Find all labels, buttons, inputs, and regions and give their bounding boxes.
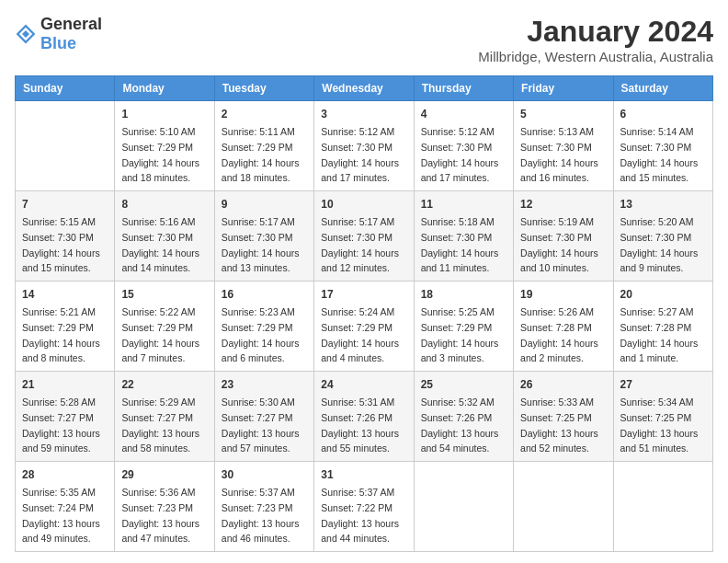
day-info: Sunrise: 5:19 AM Sunset: 7:30 PM Dayligh… <box>520 216 598 273</box>
day-number: 16 <box>222 286 307 303</box>
day-number: 4 <box>421 106 506 122</box>
calendar-cell: 10Sunrise: 5:17 AM Sunset: 7:30 PM Dayli… <box>314 191 414 282</box>
calendar-cell: 18Sunrise: 5:25 AM Sunset: 7:29 PM Dayli… <box>414 282 513 372</box>
calendar-cell: 29Sunrise: 5:36 AM Sunset: 7:23 PM Dayli… <box>115 462 214 552</box>
calendar-cell: 3Sunrise: 5:12 AM Sunset: 7:30 PM Daylig… <box>314 101 414 191</box>
day-number: 29 <box>121 466 207 483</box>
day-info: Sunrise: 5:32 AM Sunset: 7:26 PM Dayligh… <box>421 396 499 454</box>
calendar-cell: 28Sunrise: 5:35 AM Sunset: 7:24 PM Dayli… <box>16 462 115 552</box>
logo-general: General <box>40 15 102 33</box>
day-number: 17 <box>321 286 406 303</box>
day-info: Sunrise: 5:36 AM Sunset: 7:23 PM Dayligh… <box>121 487 199 544</box>
calendar-cell: 21Sunrise: 5:28 AM Sunset: 7:27 PM Dayli… <box>16 372 115 462</box>
day-number: 24 <box>321 376 406 393</box>
day-info: Sunrise: 5:18 AM Sunset: 7:30 PM Dayligh… <box>421 216 499 273</box>
day-number: 15 <box>121 286 207 303</box>
day-number: 26 <box>520 376 606 393</box>
logo-icon <box>15 23 37 45</box>
day-header-thursday: Thursday <box>414 76 513 101</box>
calendar-cell: 17Sunrise: 5:24 AM Sunset: 7:29 PM Dayli… <box>314 282 414 372</box>
calendar-cell: 24Sunrise: 5:31 AM Sunset: 7:26 PM Dayli… <box>314 372 414 462</box>
day-number: 12 <box>520 196 606 213</box>
day-info: Sunrise: 5:22 AM Sunset: 7:29 PM Dayligh… <box>121 306 199 363</box>
day-number: 23 <box>222 376 307 393</box>
day-number: 25 <box>421 376 506 393</box>
day-info: Sunrise: 5:33 AM Sunset: 7:25 PM Dayligh… <box>520 396 598 454</box>
calendar-cell <box>16 101 115 191</box>
calendar-week-row: 21Sunrise: 5:28 AM Sunset: 7:27 PM Dayli… <box>16 372 713 462</box>
day-number: 19 <box>520 286 606 303</box>
calendar-cell <box>613 462 712 552</box>
day-number: 30 <box>222 466 307 483</box>
day-info: Sunrise: 5:29 AM Sunset: 7:27 PM Dayligh… <box>121 396 199 454</box>
day-header-tuesday: Tuesday <box>214 76 313 101</box>
day-info: Sunrise: 5:13 AM Sunset: 7:30 PM Dayligh… <box>520 126 598 183</box>
logo: General Blue <box>15 15 102 53</box>
day-header-sunday: Sunday <box>16 76 115 101</box>
calendar-cell <box>514 462 613 552</box>
page-header: General Blue January 2024 Millbridge, We… <box>15 15 713 64</box>
day-header-wednesday: Wednesday <box>314 76 414 101</box>
day-header-saturday: Saturday <box>613 76 712 101</box>
day-number: 6 <box>620 106 706 122</box>
calendar-cell: 16Sunrise: 5:23 AM Sunset: 7:29 PM Dayli… <box>214 282 313 372</box>
day-info: Sunrise: 5:17 AM Sunset: 7:30 PM Dayligh… <box>222 216 300 273</box>
day-number: 8 <box>121 196 207 213</box>
day-number: 13 <box>620 196 706 213</box>
calendar-cell: 30Sunrise: 5:37 AM Sunset: 7:23 PM Dayli… <box>214 462 313 552</box>
day-number: 11 <box>421 196 506 213</box>
day-info: Sunrise: 5:31 AM Sunset: 7:26 PM Dayligh… <box>321 396 399 454</box>
calendar-cell: 27Sunrise: 5:34 AM Sunset: 7:25 PM Dayli… <box>613 372 712 462</box>
calendar-header-row: SundayMondayTuesdayWednesdayThursdayFrid… <box>16 76 713 101</box>
day-number: 7 <box>22 196 108 213</box>
logo-blue: Blue <box>40 34 76 52</box>
day-number: 22 <box>121 376 207 393</box>
calendar-week-row: 1Sunrise: 5:10 AM Sunset: 7:29 PM Daylig… <box>16 101 713 191</box>
day-info: Sunrise: 5:37 AM Sunset: 7:23 PM Dayligh… <box>222 487 300 544</box>
day-number: 27 <box>620 376 706 393</box>
day-info: Sunrise: 5:24 AM Sunset: 7:29 PM Dayligh… <box>321 306 399 363</box>
calendar-cell: 14Sunrise: 5:21 AM Sunset: 7:29 PM Dayli… <box>16 282 115 372</box>
calendar-cell: 11Sunrise: 5:18 AM Sunset: 7:30 PM Dayli… <box>414 191 513 282</box>
calendar-cell: 8Sunrise: 5:16 AM Sunset: 7:30 PM Daylig… <box>115 191 214 282</box>
calendar-cell: 26Sunrise: 5:33 AM Sunset: 7:25 PM Dayli… <box>514 372 613 462</box>
day-number: 20 <box>620 286 706 303</box>
calendar-cell: 6Sunrise: 5:14 AM Sunset: 7:30 PM Daylig… <box>613 101 712 191</box>
day-info: Sunrise: 5:28 AM Sunset: 7:27 PM Dayligh… <box>22 396 100 454</box>
day-info: Sunrise: 5:12 AM Sunset: 7:30 PM Dayligh… <box>321 126 399 183</box>
calendar-cell: 22Sunrise: 5:29 AM Sunset: 7:27 PM Dayli… <box>115 372 214 462</box>
calendar-cell: 13Sunrise: 5:20 AM Sunset: 7:30 PM Dayli… <box>613 191 712 282</box>
day-info: Sunrise: 5:16 AM Sunset: 7:30 PM Dayligh… <box>121 216 199 273</box>
day-info: Sunrise: 5:21 AM Sunset: 7:29 PM Dayligh… <box>22 306 100 363</box>
day-info: Sunrise: 5:27 AM Sunset: 7:28 PM Dayligh… <box>620 306 699 363</box>
day-info: Sunrise: 5:34 AM Sunset: 7:25 PM Dayligh… <box>620 396 699 454</box>
calendar-cell: 25Sunrise: 5:32 AM Sunset: 7:26 PM Dayli… <box>414 372 513 462</box>
day-info: Sunrise: 5:35 AM Sunset: 7:24 PM Dayligh… <box>22 487 100 544</box>
day-number: 18 <box>421 286 506 303</box>
calendar-cell: 1Sunrise: 5:10 AM Sunset: 7:29 PM Daylig… <box>115 101 214 191</box>
title-area: January 2024 Millbridge, Western Austral… <box>478 15 713 64</box>
calendar-week-row: 7Sunrise: 5:15 AM Sunset: 7:30 PM Daylig… <box>16 191 713 282</box>
day-info: Sunrise: 5:30 AM Sunset: 7:27 PM Dayligh… <box>222 396 300 454</box>
logo-text: General Blue <box>40 15 102 53</box>
day-header-monday: Monday <box>115 76 214 101</box>
calendar-cell: 9Sunrise: 5:17 AM Sunset: 7:30 PM Daylig… <box>214 191 313 282</box>
day-header-friday: Friday <box>514 76 613 101</box>
calendar-cell: 12Sunrise: 5:19 AM Sunset: 7:30 PM Dayli… <box>514 191 613 282</box>
day-info: Sunrise: 5:10 AM Sunset: 7:29 PM Dayligh… <box>121 126 199 183</box>
day-info: Sunrise: 5:14 AM Sunset: 7:30 PM Dayligh… <box>620 126 699 183</box>
day-number: 2 <box>222 106 307 122</box>
day-number: 28 <box>22 466 108 483</box>
calendar-cell <box>414 462 513 552</box>
day-number: 5 <box>520 106 606 122</box>
day-info: Sunrise: 5:17 AM Sunset: 7:30 PM Dayligh… <box>321 216 399 273</box>
day-info: Sunrise: 5:15 AM Sunset: 7:30 PM Dayligh… <box>22 216 100 273</box>
day-info: Sunrise: 5:20 AM Sunset: 7:30 PM Dayligh… <box>620 216 699 273</box>
day-number: 14 <box>22 286 108 303</box>
calendar-cell: 23Sunrise: 5:30 AM Sunset: 7:27 PM Dayli… <box>214 372 313 462</box>
calendar-cell: 7Sunrise: 5:15 AM Sunset: 7:30 PM Daylig… <box>16 191 115 282</box>
day-number: 9 <box>222 196 307 213</box>
month-title: January 2024 <box>478 15 713 49</box>
day-number: 3 <box>321 106 406 122</box>
calendar-cell: 4Sunrise: 5:12 AM Sunset: 7:30 PM Daylig… <box>414 101 513 191</box>
